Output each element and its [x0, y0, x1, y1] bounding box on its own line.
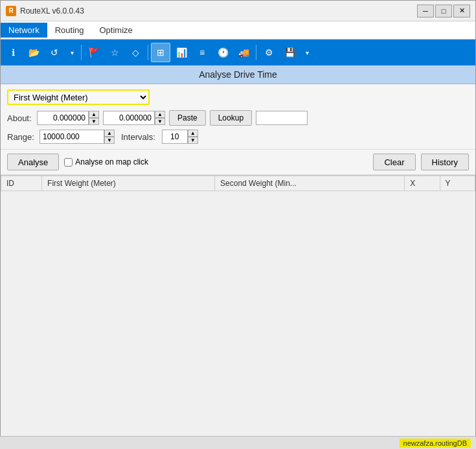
settings-button[interactable]: ⚙: [259, 43, 278, 62]
menu-network[interactable]: Network: [1, 23, 47, 38]
about-value2-down[interactable]: ▼: [155, 118, 165, 125]
about-value1-down[interactable]: ▼: [89, 118, 99, 125]
save-button[interactable]: 💾: [280, 43, 299, 62]
intervals-input[interactable]: [162, 130, 188, 144]
close-button[interactable]: ✕: [453, 5, 470, 17]
dropdown-row: First Weight (Meter) Second Weight (Minu…: [7, 89, 469, 105]
dropdown2-button[interactable]: ▾: [300, 43, 313, 62]
about-value2-up[interactable]: ▲: [155, 111, 165, 118]
title-bar-left: R RouteXL v6.0.0.43: [6, 6, 84, 16]
form-area: First Weight (Meter) Second Weight (Minu…: [1, 84, 475, 150]
menu-bar: Network Routing Optimize: [1, 21, 475, 40]
status-badge: newzafza.routingDB: [400, 439, 471, 448]
range-input[interactable]: [40, 130, 104, 144]
clear-button[interactable]: Clear: [373, 154, 415, 170]
clock-button[interactable]: 🕐: [213, 43, 232, 62]
paste-button[interactable]: Paste: [169, 110, 206, 126]
analyse-map-click-text: Analyse on map click: [75, 157, 148, 167]
history-button[interactable]: History: [421, 154, 469, 170]
shape-button[interactable]: ◇: [126, 43, 145, 62]
table-container: ID First Weight (Meter) Second Weight (M…: [1, 175, 475, 441]
col-x: X: [405, 176, 440, 191]
grid-button[interactable]: ⊞: [151, 43, 170, 62]
range-label: Range:: [7, 132, 33, 142]
range-spinner: ▲ ▼: [104, 130, 115, 144]
minimize-button[interactable]: ─: [417, 5, 434, 17]
info-button[interactable]: ℹ: [3, 43, 23, 62]
separator3: [256, 45, 256, 60]
about-value2-spinner: ▲ ▼: [155, 111, 165, 125]
intervals-up[interactable]: ▲: [188, 130, 198, 137]
table-header: ID First Weight (Meter) Second Weight (M…: [1, 176, 475, 191]
about-row: About: ▲ ▼ ▲ ▼ Paste Lookup: [7, 110, 469, 126]
main-window: R RouteXL v6.0.0.43 ─ □ ✕ Network Routin…: [0, 0, 476, 449]
refresh-button[interactable]: ↺: [45, 43, 64, 62]
about-value1-input[interactable]: [37, 111, 89, 125]
analyse-button[interactable]: Analyse: [7, 154, 59, 170]
menu-routing[interactable]: Routing: [47, 23, 92, 38]
section-title: Analyse Drive Time: [199, 69, 277, 80]
maximize-button[interactable]: □: [435, 5, 452, 17]
chart-button[interactable]: 📊: [172, 43, 191, 62]
about-label: About:: [7, 113, 33, 123]
truck-button[interactable]: 🚚: [234, 43, 253, 62]
intervals-spinner: ▲ ▼: [188, 130, 198, 144]
result-input[interactable]: [256, 111, 308, 125]
flag-button[interactable]: 🚩: [84, 43, 104, 62]
lookup-button[interactable]: Lookup: [210, 110, 252, 126]
app-icon: R: [6, 6, 16, 16]
range-input-group: ▲ ▼: [40, 130, 115, 144]
about-value1-spinner: ▲ ▼: [89, 111, 99, 125]
col-second-weight: Second Weight (Min...: [215, 176, 405, 191]
analyse-map-click-label[interactable]: Analyse on map click: [64, 157, 148, 167]
star-button[interactable]: ☆: [105, 43, 124, 62]
col-id: ID: [1, 176, 42, 191]
title-bar: R RouteXL v6.0.0.43 ─ □ ✕: [1, 1, 475, 21]
separator1: [81, 45, 82, 60]
intervals-input-group: ▲ ▼: [162, 130, 198, 144]
separator2: [148, 45, 148, 60]
analyse-map-click-checkbox[interactable]: [64, 158, 73, 167]
status-bar: newzafza.routingDB: [0, 436, 476, 449]
toolbar: ℹ 📂 ↺ ▾ 🚩 ☆ ◇ ⊞ 📊 ≡ 🕐 🚚 ⚙ 💾 ▾: [1, 40, 475, 65]
intervals-down[interactable]: ▼: [188, 137, 198, 144]
section-header: Analyse Drive Time: [1, 65, 475, 84]
dropdown1-button[interactable]: ▾: [65, 43, 78, 62]
about-value2-group: ▲ ▼: [103, 111, 165, 125]
range-down[interactable]: ▼: [104, 137, 115, 144]
list-button[interactable]: ≡: [192, 43, 212, 62]
about-value1-group: ▲ ▼: [37, 111, 99, 125]
app-title: RouteXL v6.0.0.43: [20, 6, 84, 16]
intervals-label: Intervals:: [121, 132, 155, 142]
data-table: ID First Weight (Meter) Second Weight (M…: [1, 176, 475, 191]
button-row: Analyse Analyse on map click Clear Histo…: [1, 150, 475, 175]
range-up[interactable]: ▲: [104, 130, 115, 137]
about-value1-up[interactable]: ▲: [89, 111, 99, 118]
about-value2-input[interactable]: [103, 111, 155, 125]
open-button[interactable]: 📂: [24, 43, 43, 62]
window-body: Analyse Drive Time First Weight (Meter) …: [1, 65, 475, 448]
menu-optimize[interactable]: Optimize: [92, 23, 141, 38]
range-row: Range: ▲ ▼ Intervals: ▲ ▼: [7, 130, 469, 144]
col-y: Y: [440, 176, 475, 191]
col-first-weight: First Weight (Meter): [42, 176, 215, 191]
table-header-row: ID First Weight (Meter) Second Weight (M…: [1, 176, 475, 191]
weight-dropdown[interactable]: First Weight (Meter) Second Weight (Minu…: [7, 89, 150, 105]
window-controls: ─ □ ✕: [417, 5, 470, 17]
